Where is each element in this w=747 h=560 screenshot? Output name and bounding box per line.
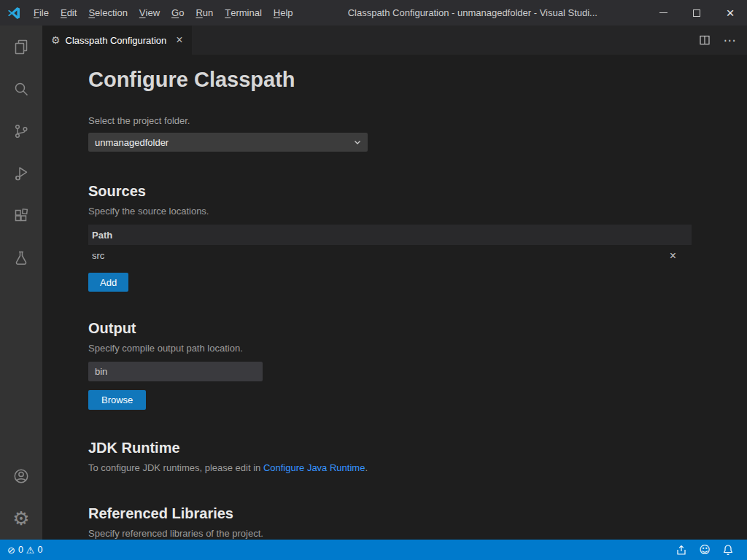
testing-button[interactable] — [0, 237, 42, 279]
menu-help[interactable]: Help — [268, 0, 299, 26]
search-icon — [12, 80, 30, 98]
run-debug-button[interactable] — [0, 152, 42, 195]
tab-bar: ⚙ Classpath Configuration × ⋯ — [42, 26, 747, 55]
window-close-icon: × — [726, 6, 734, 20]
warning-count: 0 — [38, 545, 43, 555]
sources-table-header: Path — [88, 225, 692, 245]
source-control-button[interactable] — [0, 110, 42, 152]
menu-bar: File Edit Selection View Go Run Terminal… — [28, 0, 299, 26]
source-control-icon — [12, 122, 30, 140]
split-editor-button[interactable] — [696, 31, 713, 49]
add-source-button[interactable]: Add — [88, 273, 128, 292]
sources-table: Path src × — [88, 225, 692, 266]
activity-bar-bottom: ⚙ — [0, 455, 42, 540]
sources-section: Sources Specify the source locations. Pa… — [88, 182, 703, 292]
menu-selection[interactable]: Selection — [82, 0, 133, 26]
referenced-libraries-section: Referenced Libraries Specify referenced … — [88, 505, 703, 540]
project-folder-value: unmanagedfolder — [95, 137, 169, 148]
output-section: Output Specify compile output path locat… — [88, 319, 703, 410]
output-heading: Output — [88, 319, 703, 337]
output-path-input[interactable] — [88, 362, 263, 381]
error-count: 0 — [18, 545, 23, 555]
status-bar: ⊘ 0 ⚠ 0 ☺ — [0, 540, 747, 560]
remove-source-icon[interactable]: × — [670, 250, 676, 262]
minimize-icon — [659, 12, 667, 13]
jdk-text-after: . — [365, 462, 368, 473]
run-debug-icon — [12, 165, 30, 182]
chevron-down-icon — [353, 138, 362, 147]
window-title: Classpath Configuration - unmanagedfolde… — [299, 7, 646, 18]
window-controls: × — [646, 0, 747, 26]
menu-terminal[interactable]: Terminal — [219, 0, 268, 26]
path-column-header: Path — [92, 230, 112, 241]
error-icon: ⊘ — [7, 545, 15, 555]
bell-icon — [722, 544, 734, 556]
activity-bar: ⚙ — [0, 26, 42, 540]
warning-icon: ⚠ — [26, 545, 35, 555]
extensions-icon — [12, 207, 30, 225]
menu-run[interactable]: Run — [190, 0, 219, 26]
sources-description: Specify the source locations. — [88, 206, 703, 217]
menu-go[interactable]: Go — [166, 0, 190, 26]
settings-button[interactable]: ⚙ — [0, 497, 42, 540]
search-button[interactable] — [0, 68, 42, 110]
jdk-runtime-section: JDK Runtime To configure JDK runtimes, p… — [88, 439, 703, 474]
explorer-button[interactable] — [0, 26, 42, 68]
tab-close-icon[interactable]: × — [176, 34, 182, 46]
more-actions-button[interactable]: ⋯ — [721, 31, 738, 49]
account-icon — [12, 467, 30, 485]
menu-edit[interactable]: Edit — [55, 0, 82, 26]
classpath-configuration-view: Configure Classpath Select the project f… — [42, 55, 747, 540]
vscode-window: File Edit Selection View Go Run Terminal… — [0, 0, 747, 560]
explorer-icon — [12, 38, 30, 55]
problems-status[interactable]: ⊘ 0 ⚠ 0 — [3, 540, 47, 560]
sources-heading: Sources — [88, 182, 703, 200]
close-window-button[interactable]: × — [713, 0, 747, 26]
more-actions-icon: ⋯ — [724, 34, 736, 47]
notifications-button[interactable] — [716, 540, 740, 560]
browse-button[interactable]: Browse — [88, 390, 146, 410]
tab-classpath-configuration[interactable]: ⚙ Classpath Configuration × — [42, 26, 192, 55]
jdk-text-before: To configure JDK runtimes, please edit i… — [88, 462, 263, 473]
feedback-button[interactable]: ☺ — [693, 540, 716, 560]
jdk-runtime-heading: JDK Runtime — [88, 439, 703, 456]
split-editor-icon — [699, 34, 711, 46]
share-button[interactable] — [670, 540, 693, 560]
activity-bar-top — [0, 26, 42, 279]
share-icon — [676, 544, 687, 556]
editor-actions: ⋯ — [696, 26, 747, 55]
source-row[interactable]: src × — [88, 245, 692, 266]
output-description: Specify compile output path location. — [88, 343, 703, 354]
menu-file[interactable]: File — [28, 0, 55, 26]
referenced-libraries-heading: Referenced Libraries — [88, 505, 703, 522]
gear-icon: ⚙ — [12, 509, 29, 528]
project-folder-select[interactable]: unmanagedfolder — [88, 133, 368, 152]
extensions-button[interactable] — [0, 195, 42, 237]
vscode-logo-icon — [0, 6, 28, 20]
classpath-tab-icon: ⚙ — [51, 35, 61, 45]
testing-icon — [12, 249, 30, 267]
tab-label: Classpath Configuration — [66, 35, 167, 46]
maximize-icon — [693, 9, 700, 17]
title-bar: File Edit Selection View Go Run Terminal… — [0, 0, 747, 26]
maximize-button[interactable] — [680, 0, 713, 26]
account-button[interactable] — [0, 455, 42, 497]
feedback-smiley-icon: ☺ — [699, 545, 711, 556]
source-path-value: src — [92, 250, 104, 261]
project-folder-label: Select the project folder. — [88, 115, 703, 127]
configure-java-runtime-link[interactable]: Configure Java Runtime — [263, 462, 365, 473]
menu-view[interactable]: View — [133, 0, 166, 26]
jdk-runtime-text: To configure JDK runtimes, please edit i… — [88, 462, 703, 474]
minimize-button[interactable] — [646, 0, 680, 26]
page-title: Configure Classpath — [88, 67, 703, 92]
referenced-libraries-description: Specify referenced libraries of the proj… — [88, 528, 703, 540]
